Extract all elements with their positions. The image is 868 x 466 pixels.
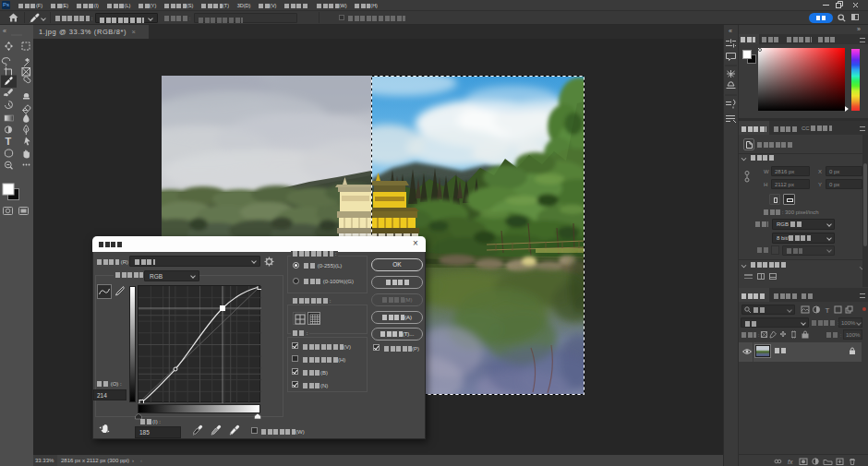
svg-text:«: « bbox=[3, 28, 6, 34]
svg-text:«: « bbox=[729, 28, 732, 34]
svg-text:fx: fx bbox=[788, 459, 793, 465]
svg-text:T: T bbox=[6, 136, 12, 147]
svg-text:T: T bbox=[826, 306, 830, 314]
